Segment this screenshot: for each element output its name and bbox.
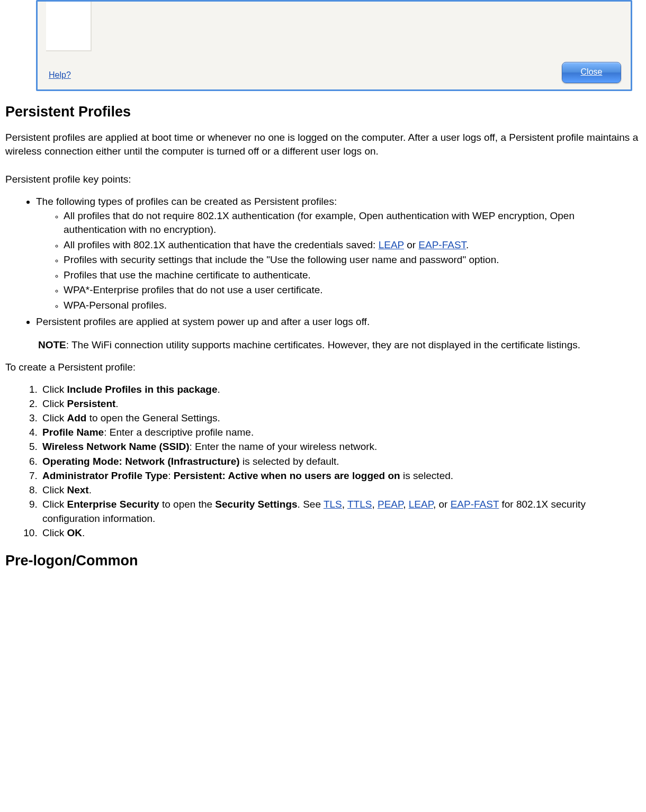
t: . bbox=[89, 484, 92, 495]
t: Security Settings bbox=[215, 499, 297, 510]
t: Click bbox=[42, 412, 67, 423]
t: Click bbox=[42, 499, 67, 510]
peap-link[interactable]: PEAP bbox=[378, 499, 403, 510]
heading-persistent-profiles: Persistent Profiles bbox=[5, 104, 643, 120]
t: : bbox=[168, 470, 174, 481]
t: is selected by default. bbox=[240, 456, 339, 467]
list-item: Profiles that use the machine certificat… bbox=[64, 268, 636, 283]
list-item: Administrator Profile Type: Persistent: … bbox=[40, 469, 640, 483]
t: , or bbox=[433, 499, 451, 510]
list-text: All profiles with 802.1X authentication … bbox=[64, 239, 379, 250]
note-paragraph: NOTE: The WiFi connection utility suppor… bbox=[38, 338, 636, 352]
t: Next bbox=[67, 484, 88, 495]
list-item: Click Persistent. bbox=[40, 397, 640, 411]
leap-link[interactable]: LEAP bbox=[379, 239, 404, 250]
list-text: Persistent profiles are applied at syste… bbox=[36, 316, 370, 327]
t: . bbox=[115, 398, 118, 409]
t: , bbox=[403, 499, 409, 510]
note-text: : The WiFi connection utility supports m… bbox=[66, 339, 580, 350]
t: : Enter the name of your wireless networ… bbox=[190, 441, 378, 452]
t: : Enter a descriptive profile name. bbox=[104, 427, 254, 438]
t: Persistent: Active when no users are log… bbox=[174, 470, 400, 481]
t: Profile Name bbox=[42, 427, 104, 438]
help-link[interactable]: Help? bbox=[49, 70, 71, 80]
list-item: All profiles with 802.1X authentication … bbox=[64, 238, 636, 252]
t: , bbox=[372, 499, 378, 510]
t: . bbox=[82, 527, 85, 538]
keypoints-list: The following types of profiles can be c… bbox=[3, 195, 643, 352]
t: Click bbox=[42, 527, 67, 538]
note-label: NOTE bbox=[38, 339, 66, 350]
t: Click bbox=[42, 384, 67, 395]
list-item: Wireless Network Name (SSID): Enter the … bbox=[40, 440, 640, 454]
t: OK bbox=[67, 527, 82, 538]
t: Wireless Network Name (SSID) bbox=[42, 441, 190, 452]
list-text: or bbox=[404, 239, 418, 250]
list-item: WPA-Personal profiles. bbox=[64, 299, 636, 313]
eap-fast-link[interactable]: EAP-FAST bbox=[418, 239, 466, 250]
list-item: Click Add to open the General Settings. bbox=[40, 411, 640, 425]
list-text: The following types of profiles can be c… bbox=[36, 196, 337, 207]
t: to open the General Settings. bbox=[86, 412, 220, 423]
list-item: Profiles with security settings that inc… bbox=[64, 253, 636, 267]
t: to open the bbox=[159, 499, 216, 510]
t: , bbox=[342, 499, 347, 510]
t: Include Profiles in this package bbox=[67, 384, 217, 395]
t: is selected. bbox=[400, 470, 453, 481]
close-button[interactable]: Close bbox=[562, 62, 621, 83]
intro-paragraph: Persistent profiles are applied at boot … bbox=[5, 131, 640, 158]
list-item: Click Next. bbox=[40, 483, 640, 497]
list-text: . bbox=[466, 239, 469, 250]
list-item: Click Include Profiles in this package. bbox=[40, 383, 640, 396]
t: Enterprise Security bbox=[67, 499, 159, 510]
t: . bbox=[217, 384, 220, 395]
steps-list: Click Include Profiles in this package. … bbox=[3, 383, 640, 540]
list-item: The following types of profiles can be c… bbox=[36, 195, 640, 313]
t: Add bbox=[67, 412, 86, 423]
tls-link[interactable]: TLS bbox=[324, 499, 342, 510]
t: Operating Mode: Network (Infrastructure) bbox=[42, 456, 240, 467]
dialog-screenshot: Help? Close bbox=[36, 0, 632, 91]
t: . See bbox=[298, 499, 324, 510]
list-item: Click OK. bbox=[40, 526, 640, 540]
t: Persistent bbox=[67, 398, 115, 409]
list-item: All profiles that do not require 802.1X … bbox=[64, 209, 636, 237]
leap-link[interactable]: LEAP bbox=[409, 499, 433, 510]
keypoints-label: Persistent profile key points: bbox=[5, 173, 640, 186]
list-item: Operating Mode: Network (Infrastructure)… bbox=[40, 455, 640, 468]
t: Click bbox=[42, 484, 67, 495]
list-item: Profile Name: Enter a descriptive profil… bbox=[40, 426, 640, 439]
list-item: WPA*-Enterprise profiles that do not use… bbox=[64, 283, 636, 297]
sub-list: All profiles that do not require 802.1X … bbox=[36, 209, 640, 313]
list-item: Persistent profiles are applied at syste… bbox=[36, 315, 640, 352]
create-label: To create a Persistent profile: bbox=[5, 360, 640, 374]
heading-prelogon-common: Pre-logon/Common bbox=[5, 553, 643, 569]
ttls-link[interactable]: TTLS bbox=[347, 499, 372, 510]
eap-fast-link[interactable]: EAP-FAST bbox=[451, 499, 499, 510]
t: Click bbox=[42, 398, 67, 409]
t: Administrator Profile Type bbox=[42, 470, 168, 481]
dialog-list-panel bbox=[46, 2, 92, 51]
list-item: Click Enterprise Security to open the Se… bbox=[40, 498, 640, 525]
